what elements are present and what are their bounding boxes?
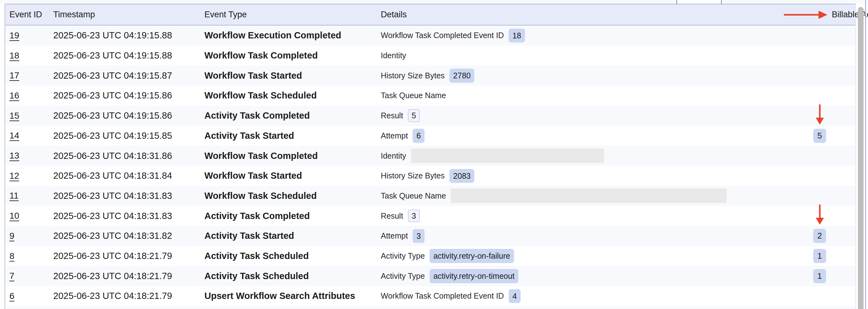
billable-actions-cell: 1 <box>784 266 856 286</box>
event-type: Activity Task Completed <box>205 110 381 121</box>
event-id-link[interactable]: 9 <box>9 231 14 241</box>
column-header-billable-actions: Billable Actions <box>784 10 868 20</box>
event-id-cell: 6 <box>5 291 53 301</box>
event-id-cell: 10 <box>5 211 53 221</box>
event-type: Workflow Task Scheduled <box>205 191 381 201</box>
column-header-details: Details <box>381 10 784 20</box>
event-details-cell: Task Queue Name <box>381 91 784 100</box>
billable-actions-cell: 5 <box>784 126 856 146</box>
event-details-cell: Identity <box>381 148 784 163</box>
event-id-cell: 17 <box>5 70 53 80</box>
detail-label: Task Queue Name <box>381 91 446 100</box>
event-id-cell: 9 <box>5 231 53 241</box>
event-row[interactable]: 72025-06-23 UTC 04:18:21.79Activity Task… <box>5 266 856 286</box>
event-row[interactable]: 172025-06-23 UTC 04:19:15.87Workflow Tas… <box>5 65 856 85</box>
event-row[interactable]: 132025-06-23 UTC 04:18:31.86Workflow Tas… <box>5 146 856 166</box>
event-row[interactable]: 92025-06-23 UTC 04:18:31.82Activity Task… <box>5 226 856 246</box>
event-timestamp: 2025-06-23 UTC 04:19:15.88 <box>53 30 205 41</box>
event-row[interactable]: 62025-06-23 UTC 04:18:21.79Upsert Workfl… <box>5 286 856 306</box>
event-id-link[interactable]: 7 <box>9 271 14 281</box>
detail-label: Result <box>381 111 403 120</box>
event-details-cell: Attempt6 <box>381 129 784 143</box>
event-id-link[interactable]: 14 <box>9 131 19 140</box>
event-details-cell: History Size Bytes2780 <box>381 69 784 83</box>
event-row[interactable]: 142025-06-23 UTC 04:19:15.85Activity Tas… <box>5 126 856 146</box>
detail-label: Activity Type <box>381 251 425 261</box>
event-id-cell: 14 <box>5 131 53 141</box>
event-id-link[interactable]: 6 <box>9 291 14 301</box>
detail-label: Workflow Task Completed Event ID <box>381 291 504 301</box>
event-type: Workflow Task Completed <box>205 50 381 61</box>
column-header-timestamp: Timestamp <box>53 10 205 20</box>
detail-value-badge: 4 <box>509 289 521 303</box>
top-strip <box>0 0 865 4</box>
event-id-link[interactable]: 10 <box>9 211 19 220</box>
detail-label: Attempt <box>381 231 408 240</box>
table-header-row: Event ID Timestamp Event Type Details Bi… <box>5 4 856 26</box>
event-type: Activity Task Started <box>205 231 381 241</box>
event-id-cell: 19 <box>5 31 53 41</box>
event-timestamp: 2025-06-23 UTC 04:18:31.84 <box>53 171 205 181</box>
event-id-link[interactable]: 8 <box>9 251 14 261</box>
event-id-link[interactable]: 16 <box>9 91 19 100</box>
column-header-event-id: Event ID <box>5 10 53 20</box>
event-row[interactable]: 122025-06-23 UTC 04:18:31.84Workflow Tas… <box>5 166 856 186</box>
event-history-table: Event ID Timestamp Event Type Details Bi… <box>4 4 856 309</box>
billable-actions-cell: 2 <box>784 226 856 246</box>
next-row-partial <box>5 306 856 309</box>
event-timestamp: 2025-06-23 UTC 04:19:15.86 <box>53 90 205 101</box>
detail-value-badge: 3 <box>412 229 425 243</box>
billable-actions-cell <box>784 286 856 306</box>
event-id-link[interactable]: 12 <box>9 171 19 181</box>
event-details-cell: Attempt3 <box>381 229 784 243</box>
event-details-cell: Identity <box>381 51 784 60</box>
detail-label: Identity <box>381 51 406 60</box>
event-id-cell: 8 <box>5 251 53 261</box>
event-timestamp: 2025-06-23 UTC 04:19:15.86 <box>53 110 205 121</box>
event-row[interactable]: 182025-06-23 UTC 04:19:15.88Workflow Tas… <box>5 46 856 66</box>
event-row[interactable]: 82025-06-23 UTC 04:18:21.79Activity Task… <box>5 246 856 266</box>
event-details-cell: Result3 <box>381 210 784 222</box>
detail-label: History Size Bytes <box>381 171 445 180</box>
detail-label: Result <box>381 211 403 220</box>
billable-actions-cell <box>784 46 856 66</box>
event-id-link[interactable]: 17 <box>9 70 19 80</box>
billable-actions-badge: 1 <box>813 249 826 263</box>
annotation-arrow-right-icon <box>784 10 828 19</box>
vertical-scrollbar-thumb[interactable] <box>858 7 864 309</box>
event-timestamp: 2025-06-23 UTC 04:18:21.79 <box>53 291 205 301</box>
billable-actions-cell <box>784 85 856 106</box>
clipped-ui-element-above <box>676 0 722 4</box>
billable-actions-badge: 1 <box>813 269 826 283</box>
event-details-cell: History Size Bytes2083 <box>381 169 784 183</box>
event-type: Activity Task Scheduled <box>205 271 381 281</box>
event-id-link[interactable]: 15 <box>9 111 19 121</box>
event-id-link[interactable]: 19 <box>9 31 19 40</box>
event-id-link[interactable]: 13 <box>9 151 19 161</box>
event-timestamp: 2025-06-23 UTC 04:18:31.86 <box>53 151 205 161</box>
event-timestamp: 2025-06-23 UTC 04:18:31.83 <box>53 191 205 201</box>
detail-label: Identity <box>381 151 406 161</box>
event-id-cell: 16 <box>5 91 53 101</box>
event-id-cell: 7 <box>5 271 53 281</box>
billable-actions-cell <box>784 26 856 46</box>
event-row[interactable]: 152025-06-23 UTC 04:19:15.86Activity Tas… <box>5 106 856 126</box>
event-id-link[interactable]: 11 <box>9 191 19 200</box>
event-row[interactable]: 162025-06-23 UTC 04:19:15.86Workflow Tas… <box>5 85 856 106</box>
event-type: Activity Task Completed <box>205 211 381 221</box>
event-row[interactable]: 192025-06-23 UTC 04:19:15.88Workflow Exe… <box>5 26 856 46</box>
event-id-link[interactable]: 18 <box>9 51 19 60</box>
billable-actions-cell <box>784 146 856 166</box>
event-details-cell: Task Queue Name <box>381 188 784 203</box>
event-type: Workflow Task Scheduled <box>205 90 381 101</box>
event-type: Workflow Task Completed <box>205 151 381 161</box>
detail-value-badge: 18 <box>509 29 525 43</box>
event-row[interactable]: 112025-06-23 UTC 04:18:31.83Workflow Tas… <box>5 186 856 206</box>
event-row[interactable]: 102025-06-23 UTC 04:18:31.83Activity Tas… <box>5 206 856 226</box>
event-timestamp: 2025-06-23 UTC 04:18:21.79 <box>53 271 205 281</box>
event-id-cell: 11 <box>5 191 53 201</box>
event-id-cell: 18 <box>5 51 53 61</box>
right-edge-divider <box>865 0 866 309</box>
event-type: Activity Task Scheduled <box>205 251 381 261</box>
event-timestamp: 2025-06-23 UTC 04:18:21.79 <box>53 251 205 261</box>
